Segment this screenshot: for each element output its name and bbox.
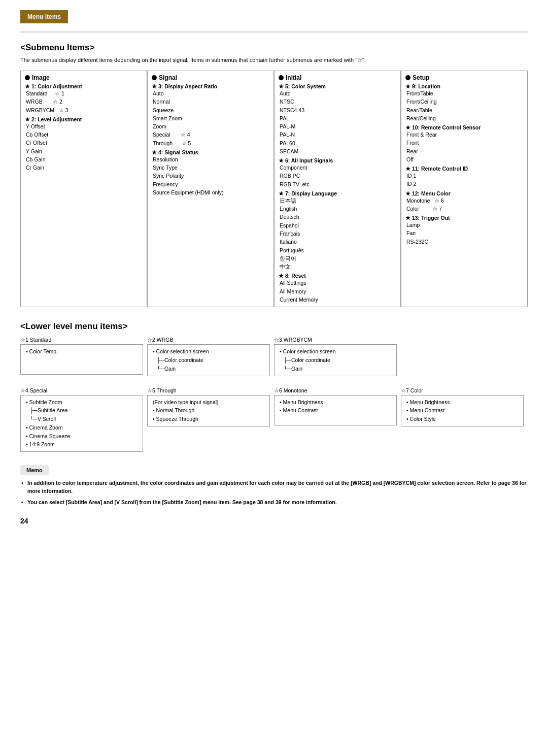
memo-item-2-text: You can select [Subtitle Area] and [V Sc… — [27, 499, 337, 505]
lower-col-7-item-2: • Menu Contrast — [279, 406, 392, 415]
initial-item-23: 中文 — [279, 262, 396, 271]
image-item-11: Cr Gain — [25, 163, 143, 172]
lower-col-5-item-6: • 14:9 Zoom — [25, 440, 139, 449]
signal-item-13: Frequency — [152, 180, 269, 188]
lower-col-7: ☆6 Monotone • Menu Brightness • Menu Con… — [274, 387, 401, 455]
setup-item-4: Rear/Table — [405, 106, 523, 114]
initial-item-15: 日本語 — [279, 196, 396, 205]
submenu-col-image: Image ★ 1: Color Adjustment Standard ☆ 1… — [20, 71, 147, 307]
initial-item-22: 한국어 — [279, 254, 396, 262]
lower-col-4-empty — [401, 337, 528, 379]
signal-item-12: Sync Polarity — [152, 172, 269, 180]
initial-item-21: Português — [279, 246, 396, 254]
lower-col-5-item-4: • Cinema Zoom — [25, 423, 139, 432]
setup-item-15: Monotone ☆ 6 — [405, 196, 523, 205]
lower-col-3-item-2: ├─Color coordinate — [279, 356, 392, 365]
image-item-7: Cb Offset — [25, 130, 143, 139]
initial-item-5: PAL — [279, 114, 396, 122]
initial-item-20: Italiano — [279, 238, 396, 246]
setup-item-18: Lamp — [405, 221, 523, 229]
top-rule — [20, 31, 528, 32]
initial-item-16: English — [279, 205, 396, 213]
setup-header: Setup — [405, 74, 523, 81]
setup-header-label: Setup — [413, 74, 429, 81]
initial-item-4: NTSC4.43 — [279, 106, 396, 114]
lower-col-2-item-3: └─Gain — [152, 365, 265, 373]
lower-col-8-item-2: • Menu Contrast — [405, 406, 519, 415]
initial-item-7: PAL-N — [279, 130, 396, 139]
setup-item-17: ★ 13: Trigger Out — [405, 215, 523, 221]
setup-item-20: RS-232C — [405, 238, 523, 246]
lower-col-8-label: ☆7 Color — [401, 387, 524, 393]
lower-col-6: ☆5 Through (For video type input signal)… — [147, 387, 274, 455]
submenu-col-initial: Initial ★ 5: Color System Auto NTSC NTSC… — [274, 71, 401, 307]
setup-item-6: ★ 10: Remote Control Sensor — [405, 124, 523, 130]
setup-item-8: Front — [405, 139, 523, 147]
lower-col-2: ☆2 WRGB • Color selection screen ├─Color… — [147, 337, 274, 379]
initial-header-label: Initial — [286, 74, 301, 81]
lower-row-2: ☆4 Special • Subtitle Zoom ├─Subtitle Ar… — [20, 387, 528, 455]
lower-col-8-item-1: • Menu Brightness — [405, 398, 519, 407]
initial-item-26: All Memory — [279, 287, 396, 295]
setup-item-1: ★ 9: Location — [405, 83, 523, 89]
signal-header: Signal — [152, 74, 269, 81]
initial-item-25: All Settings — [279, 279, 396, 287]
initial-item-2: Auto — [279, 89, 396, 97]
lower-col-6-item-0: (For video type input signal) — [152, 398, 265, 407]
memo-section: Memo In addition to color temperature ad… — [20, 465, 528, 506]
header-bar: Menu items — [20, 10, 68, 23]
setup-item-10: Off — [405, 155, 523, 163]
initial-item-14: ★ 7: Display Language — [279, 190, 396, 196]
lower-col-5-label: ☆4 Special — [20, 387, 143, 393]
lower-col-1-box: • Color Temp. — [20, 344, 143, 375]
lower-col-8-box: • Menu Brightness • Menu Contrast • Colo… — [401, 395, 524, 426]
setup-item-12: ID 1 — [405, 172, 523, 180]
initial-bullet — [279, 75, 284, 80]
submenu-title: <Submenu Items> — [20, 43, 528, 53]
signal-bullet — [152, 75, 157, 80]
image-item-10: Cb Gain — [25, 155, 143, 163]
setup-item-9: Rear — [405, 147, 523, 155]
page-container: Menu items <Submenu Items> The submenus … — [0, 0, 548, 545]
lower-col-5-box: • Subtitle Zoom ├─Subtitle Area └─V Scro… — [20, 395, 143, 452]
signal-header-label: Signal — [159, 74, 177, 81]
lower-col-1: ☆1 Standard • Color Temp. — [20, 337, 147, 379]
initial-item-3: NTSC — [279, 97, 396, 106]
initial-header: Initial — [279, 74, 396, 81]
lower-col-6-label: ☆5 Through — [147, 387, 270, 393]
header-bar-label: Menu items — [27, 13, 61, 20]
image-item-5: ★ 2: Level Adjustment — [25, 116, 143, 122]
initial-item-17: Deutsch — [279, 213, 396, 221]
image-header: Image — [25, 74, 143, 81]
lower-col-6-item-2: • Squeeze Through — [152, 415, 265, 423]
memo-item-1-text: In addition to color temperature adjustm… — [27, 480, 527, 494]
submenu-col-setup: Setup ★ 9: Location Front/Table Front/Ce… — [401, 71, 528, 307]
setup-item-3: Front/Ceiling — [405, 97, 523, 106]
lower-col-1-label: ☆1 Standard — [20, 337, 143, 343]
lower-col-7-box: • Menu Brightness • Menu Contrast — [274, 395, 397, 425]
lower-col-5-item-1: • Subtitle Zoom — [25, 398, 139, 407]
setup-item-14: ★ 12: Menu Color — [405, 190, 523, 196]
lower-col-6-item-1: • Normal Through — [152, 406, 265, 415]
signal-item-14: Source Equipmet (HDMI only) — [152, 188, 269, 196]
memo-item-2: You can select [Subtitle Area] and [V Sc… — [20, 499, 528, 507]
signal-item-6: Zoom — [152, 122, 269, 130]
setup-item-19: Fan — [405, 229, 523, 237]
lower-col-2-box: • Color selection screen ├─Color coordin… — [147, 344, 270, 376]
setup-item-7: Front & Rear — [405, 130, 523, 139]
image-item-1: ★ 1: Color Adjustment — [25, 83, 143, 89]
lower-col-3-item-1: • Color selection screen — [279, 347, 392, 356]
setup-item-5: Rear/Ceiling — [405, 114, 523, 122]
image-header-label: Image — [32, 74, 50, 81]
initial-item-8: PAL60 — [279, 139, 396, 147]
initial-item-18: Español — [279, 221, 396, 229]
initial-item-13: RGB TV .etc — [279, 180, 396, 188]
initial-item-11: Component — [279, 163, 396, 172]
signal-item-11: Sync Type — [152, 163, 269, 172]
signal-item-2: Auto — [152, 89, 269, 97]
initial-item-12: RGB PC — [279, 172, 396, 180]
signal-item-3: Normal — [152, 97, 269, 106]
image-item-8: Cr Offset — [25, 139, 143, 147]
lower-col-5: ☆4 Special • Subtitle Zoom ├─Subtitle Ar… — [20, 387, 147, 455]
image-item-2: Standard ☆ 1 — [25, 89, 143, 97]
